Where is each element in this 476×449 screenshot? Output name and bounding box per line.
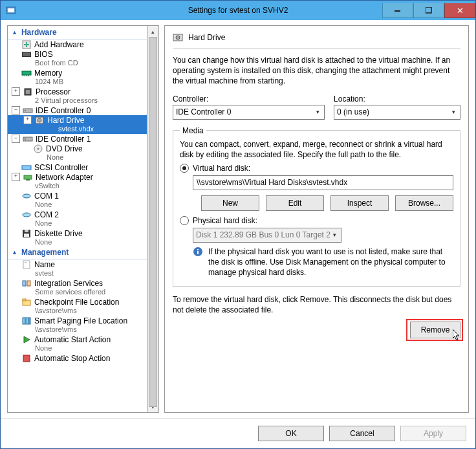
tree-name[interactable]: Name (8, 259, 147, 269)
svg-rect-32 (23, 261, 30, 268)
expand-icon[interactable]: + (12, 173, 20, 181)
svg-point-28 (23, 213, 30, 217)
tree-autostart[interactable]: Automatic Start Action (8, 334, 147, 344)
media-legend: Media (180, 126, 206, 135)
settings-window: Settings for svtest on SVHV2 ✕ ▲Hardware… (0, 0, 476, 449)
expand-icon[interactable]: + (23, 116, 32, 124)
tree-checkpoint[interactable]: Checkpoint File Location (8, 297, 147, 307)
controller-label: Controller: (173, 94, 325, 104)
collapse-icon[interactable]: − (12, 135, 20, 143)
settings-tree: ▲Hardware Add Hardware BIOS Boot from CD (7, 25, 147, 413)
svg-rect-31 (24, 234, 29, 237)
minimize-button[interactable] (382, 3, 413, 18)
maximize-button[interactable] (413, 3, 444, 18)
tree-com1-sub: None (8, 201, 147, 210)
tree-bios[interactable]: BIOS (8, 49, 147, 59)
tree-hard-drive-sub: svtest.vhdx (8, 125, 147, 134)
svg-rect-24 (22, 166, 31, 170)
edit-button[interactable]: Edit (266, 195, 324, 211)
svg-rect-30 (25, 230, 28, 232)
svg-rect-6 (24, 44, 29, 45)
svg-rect-12 (27, 75, 27, 76)
tree-name-sub: svtest (8, 269, 147, 278)
nav-scrollbar[interactable]: ▴ ▾ (147, 25, 159, 413)
inspect-button[interactable]: Inspect (330, 195, 389, 211)
cursor-icon (453, 329, 462, 342)
tree-autostart-sub: None (8, 344, 147, 353)
tree-com1[interactable]: COM 1 (8, 191, 147, 201)
tree-hard-drive[interactable]: + Hard Drive (8, 115, 147, 125)
physical-disk-info: If the physical hard disk you want to us… (208, 246, 453, 278)
tree-paging[interactable]: Smart Paging File Location (8, 316, 147, 325)
tree-diskette-sub: None (8, 238, 147, 247)
tree-integration[interactable]: Integration Services (8, 278, 147, 288)
svg-rect-25 (24, 175, 32, 179)
svg-rect-8 (23, 52, 30, 56)
section-hardware: ▲Hardware (8, 27, 147, 39)
tree-com2-sub: None (8, 219, 147, 228)
tree-dvd-sub: None (8, 153, 147, 162)
svg-rect-46 (197, 251, 199, 254)
vhd-path-input[interactable]: \\svstore\vms\Virtual Hard Disks\svtest.… (193, 175, 453, 190)
svg-rect-15 (26, 90, 30, 94)
svg-point-21 (25, 138, 26, 140)
svg-marker-41 (24, 336, 30, 343)
svg-rect-38 (23, 318, 25, 324)
dialog-footer: OK Cancel Apply (1, 418, 475, 448)
svg-point-44 (176, 36, 180, 39)
tree-paging-sub: \\svstore\vms (8, 325, 147, 334)
tree-scsi[interactable]: SCSI Controller (8, 162, 147, 172)
scroll-thumb[interactable] (149, 37, 157, 407)
tree-bios-sub: Boot from CD (8, 59, 147, 68)
svg-rect-42 (23, 355, 30, 362)
close-button[interactable]: ✕ (444, 3, 475, 18)
chevron-down-icon: ▾ (448, 107, 459, 117)
cancel-button[interactable]: Cancel (329, 426, 395, 441)
location-combo[interactable]: 0 (in use)▾ (334, 105, 460, 120)
tree-com2[interactable]: COM 2 (8, 210, 147, 219)
apply-button: Apply (400, 426, 466, 441)
pane-title: Hard Drive (188, 33, 225, 42)
tree-add-hardware[interactable]: Add Hardware (8, 39, 147, 49)
location-label: Location: (334, 94, 460, 104)
window-controls: ✕ (382, 3, 475, 17)
collapse-icon[interactable]: − (12, 106, 20, 115)
radio-physical-disk[interactable]: Physical hard disk: (180, 216, 453, 225)
tree-network-adapter[interactable]: + Network Adapter (8, 172, 147, 182)
svg-rect-26 (26, 179, 30, 181)
details-pane: Hard Drive You can change how this virtu… (164, 25, 469, 413)
section-management: ▲Management (8, 247, 147, 259)
tree-dvd[interactable]: DVD Drive (8, 144, 147, 153)
tree-ide0[interactable]: − IDE Controller 0 (8, 105, 147, 115)
svg-rect-33 (25, 262, 27, 263)
expand-icon[interactable]: + (12, 87, 20, 96)
svg-marker-48 (453, 329, 459, 340)
scroll-up-button[interactable]: ▴ (147, 26, 158, 37)
tree-memory[interactable]: Memory (8, 68, 147, 78)
tree-ide1[interactable]: − IDE Controller 1 (8, 134, 147, 144)
svg-point-23 (38, 148, 39, 149)
tree-processor-sub: 2 Virtual processors (8, 96, 147, 105)
browse-button[interactable]: Browse... (395, 195, 453, 211)
tree-autostop[interactable]: Automatic Stop Action (8, 353, 147, 363)
tree-memory-sub: 1024 MB (8, 78, 147, 87)
radio-virtual-disk[interactable]: Virtual hard disk: (180, 164, 453, 173)
svg-point-27 (23, 194, 30, 198)
svg-rect-34 (23, 281, 26, 286)
svg-rect-11 (25, 75, 25, 76)
media-group: Media You can compact, convert, expand, … (173, 126, 460, 287)
remove-text: To remove the virtual hard disk, click R… (173, 294, 460, 315)
new-button[interactable]: New (201, 195, 259, 211)
tree-checkpoint-sub: \\svstore\vms (8, 307, 147, 316)
ok-button[interactable]: OK (258, 426, 324, 441)
app-icon (6, 5, 16, 16)
svg-rect-1 (8, 8, 14, 12)
controller-combo[interactable]: IDE Controller 0▾ (173, 105, 325, 120)
pane-intro: You can change how this virtual hard dis… (173, 55, 460, 87)
tree-diskette[interactable]: Diskette Drive (8, 228, 147, 238)
svg-point-19 (38, 118, 41, 122)
svg-rect-37 (23, 299, 26, 301)
tree-processor[interactable]: + Processor (8, 87, 147, 96)
media-intro: You can compact, convert, expand, merge,… (180, 139, 453, 160)
physical-disk-combo: Disk 1 232.89 GB Bus 0 Lun 0 Target 2▾ (193, 228, 341, 243)
